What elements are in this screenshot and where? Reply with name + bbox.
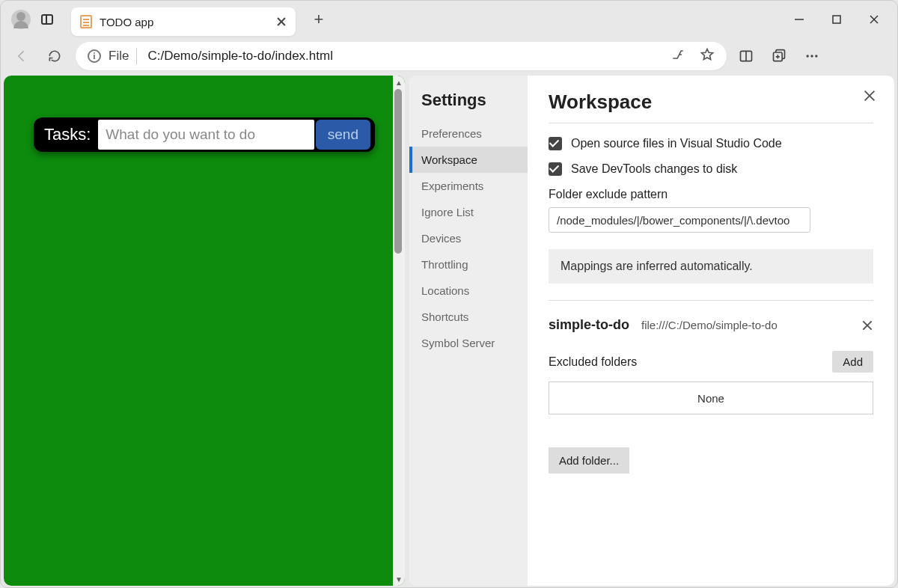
settings-nav-preferences[interactable]: Preferences — [409, 120, 528, 147]
add-folder-button[interactable]: Add folder... — [549, 447, 629, 474]
settings-close-icon[interactable] — [863, 89, 876, 102]
settings-nav-throttling[interactable]: Throttling — [409, 251, 528, 278]
settings-content: Workspace Open source files in Visual St… — [528, 76, 894, 586]
settings-nav-symbol-server[interactable]: Symbol Server — [409, 330, 528, 356]
task-input[interactable] — [98, 120, 314, 150]
settings-nav-locations[interactable]: Locations — [409, 278, 528, 304]
scroll-thumb[interactable] — [394, 89, 402, 254]
add-excluded-button[interactable]: Add — [832, 351, 873, 373]
address-url: C:/Demo/simple-to-do/index.html — [147, 49, 670, 64]
task-input-bar: Tasks: send — [34, 117, 375, 152]
settings-sidebar: Settings PreferencesWorkspaceExperiments… — [409, 76, 528, 586]
window-minimize-button[interactable] — [781, 4, 818, 34]
address-bar[interactable]: i File C:/Demo/simple-to-do/index.html — [76, 42, 727, 70]
window-maximize-button[interactable] — [818, 4, 855, 34]
excluded-folders-label: Excluded folders — [549, 355, 637, 369]
svg-point-11 — [815, 55, 817, 57]
send-button[interactable]: send — [316, 120, 370, 150]
excluded-folders-none: None — [549, 382, 873, 414]
more-menu-icon[interactable] — [795, 41, 828, 71]
page-scrollbar[interactable]: ▲ ▼ — [393, 76, 405, 586]
favorite-star-icon[interactable] — [700, 47, 715, 65]
tab-close-icon[interactable] — [276, 16, 287, 27]
workspace-heading: Workspace — [549, 91, 873, 123]
mappings-info: Mappings are inferred automatically. — [549, 249, 873, 284]
read-aloud-icon[interactable] — [670, 47, 686, 65]
workspace-folder-row: simple-to-do file:///C:/Demo/simple-to-d… — [549, 317, 873, 333]
svg-point-9 — [807, 55, 809, 57]
window-titlebar: TODO app + — [1, 1, 897, 38]
collections-icon[interactable] — [763, 41, 795, 71]
settings-nav-devices[interactable]: Devices — [409, 225, 528, 251]
window-close-button[interactable] — [855, 4, 893, 34]
tasks-label: Tasks: — [44, 125, 91, 144]
exclude-pattern-label: Folder exclude pattern — [549, 188, 873, 201]
save-to-disk-checkbox[interactable]: Save DevTools changes to disk — [549, 162, 873, 176]
address-protocol: File — [109, 49, 129, 64]
checkmark-icon — [549, 162, 562, 176]
checkmark-icon — [549, 137, 562, 150]
split-screen-icon[interactable] — [730, 41, 763, 71]
profile-avatar-icon[interactable] — [11, 10, 31, 29]
tab-title: TODO app — [100, 16, 276, 28]
page-viewport: Tasks: send ▲ ▼ — [4, 76, 405, 586]
svg-point-10 — [810, 55, 813, 57]
nav-refresh-button[interactable] — [40, 41, 70, 71]
settings-nav-shortcuts[interactable]: Shortcuts — [409, 304, 528, 330]
scroll-down-icon[interactable]: ▼ — [393, 572, 405, 586]
svg-rect-1 — [833, 16, 840, 23]
site-info-icon[interactable]: i — [88, 49, 101, 63]
clipboard-favicon-icon — [80, 15, 92, 28]
settings-nav-ignore-list[interactable]: Ignore List — [409, 199, 528, 225]
workspace-folder-path: file:///C:/Demo/simple-to-do — [641, 319, 849, 331]
browser-toolbar: i File C:/Demo/simple-to-do/index.html — [1, 38, 897, 74]
settings-nav-experiments[interactable]: Experiments — [409, 173, 528, 199]
browser-tab[interactable]: TODO app — [71, 7, 296, 36]
settings-nav-workspace[interactable]: Workspace — [409, 147, 528, 173]
tab-actions-icon[interactable] — [38, 10, 56, 28]
workspace-folder-name: simple-to-do — [549, 317, 629, 333]
exclude-pattern-input[interactable] — [549, 207, 810, 233]
new-tab-button[interactable]: + — [306, 7, 332, 32]
open-in-vscode-checkbox[interactable]: Open source files in Visual Studio Code — [549, 137, 873, 150]
settings-title: Settings — [409, 91, 528, 120]
devtools-settings-panel: Settings PreferencesWorkspaceExperiments… — [409, 76, 894, 586]
scroll-up-icon[interactable]: ▲ — [393, 76, 405, 89]
remove-folder-icon[interactable] — [861, 319, 873, 331]
nav-back-button — [7, 41, 37, 71]
